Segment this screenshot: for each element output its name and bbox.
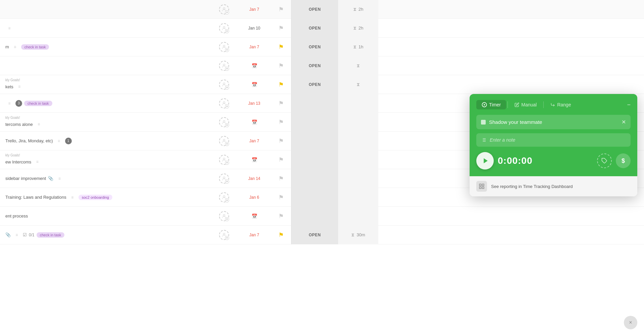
- avatar[interactable]: +: [219, 174, 229, 184]
- priority-flag[interactable]: ⚑: [278, 43, 284, 51]
- status-cell[interactable]: OPEN: [291, 38, 338, 56]
- drag-handle-icon[interactable]: ≡: [35, 120, 43, 128]
- drag-handle-icon[interactable]: ≡: [5, 24, 13, 32]
- minimize-button[interactable]: −: [627, 102, 631, 108]
- date-cell[interactable]: 📅: [237, 62, 271, 69]
- priority-flag[interactable]: ⚑: [278, 62, 284, 69]
- tab-manual[interactable]: Manual: [509, 100, 542, 109]
- date-cell[interactable]: 📅: [237, 81, 271, 88]
- add-assignee-icon[interactable]: +: [225, 104, 229, 108]
- avatar[interactable]: +: [219, 230, 229, 240]
- due-date: Jan 14: [248, 176, 260, 181]
- table-row: kly Goals! kets ≡ + 📅 ⚑ OPEN ⧗: [0, 75, 644, 94]
- avatar[interactable]: +: [219, 80, 229, 90]
- task-clear-button[interactable]: ✕: [622, 119, 626, 125]
- tab-range[interactable]: Range: [545, 100, 576, 109]
- play-pause-button[interactable]: [476, 152, 494, 170]
- drag-handle-icon[interactable]: ≡: [55, 175, 63, 183]
- close-button[interactable]: ×: [624, 316, 637, 329]
- drag-handle-icon[interactable]: ≡: [55, 137, 63, 145]
- task-name: ent process: [5, 213, 28, 219]
- add-assignee-icon[interactable]: +: [225, 48, 229, 52]
- billing-button[interactable]: $: [616, 153, 631, 168]
- manual-tab-label: Manual: [521, 102, 537, 107]
- priority-flag[interactable]: ⚑: [278, 137, 284, 145]
- add-assignee-icon[interactable]: +: [225, 10, 229, 14]
- add-assignee-icon[interactable]: +: [225, 180, 229, 184]
- status-cell[interactable]: OPEN: [291, 56, 338, 75]
- priority-flag[interactable]: ⚑: [278, 25, 284, 32]
- calendar-icon[interactable]: 📅: [251, 156, 258, 163]
- due-date: Jan 7: [249, 233, 259, 237]
- section-label: kly Goals!: [5, 116, 43, 119]
- add-assignee-icon[interactable]: +: [225, 142, 229, 146]
- priority-flag[interactable]: ⚑: [278, 212, 284, 220]
- hourglass-icon: ⧗: [351, 232, 355, 238]
- add-assignee-icon[interactable]: +: [225, 123, 229, 127]
- assigned-cell: +: [211, 80, 237, 90]
- avatar[interactable]: +: [219, 136, 229, 146]
- priority-flag[interactable]: ⚑: [278, 6, 284, 13]
- tag-soc2-onboarding[interactable]: soc2 onboarding: [78, 195, 112, 200]
- priority-flag[interactable]: ⚑: [278, 175, 284, 182]
- calendar-icon[interactable]: 📅: [251, 119, 258, 126]
- tag-button[interactable]: [597, 153, 612, 168]
- add-assignee-icon[interactable]: +: [225, 29, 229, 33]
- avatar[interactable]: +: [219, 155, 229, 165]
- checkbox-icon[interactable]: ☑: [23, 232, 27, 237]
- drag-handle-icon[interactable]: ≡: [11, 43, 19, 51]
- avatar[interactable]: +: [219, 42, 229, 52]
- status-cell[interactable]: OPEN: [291, 19, 338, 38]
- avatar[interactable]: +: [219, 23, 229, 33]
- tag-check-in[interactable]: check in task: [21, 44, 49, 50]
- tag-check-in[interactable]: check in task: [24, 101, 52, 106]
- tag-check-in[interactable]: check in task: [37, 232, 65, 238]
- priority-flag[interactable]: ⚑: [278, 81, 284, 88]
- add-assignee-icon[interactable]: +: [225, 198, 229, 202]
- date-cell[interactable]: 📅: [237, 213, 271, 220]
- time-cell: ⧗ 30m: [338, 226, 378, 244]
- time-estimate: 1h: [359, 44, 363, 49]
- priority-flag[interactable]: ⚑: [278, 194, 284, 201]
- priority-flag[interactable]: ⚑: [278, 118, 284, 126]
- drag-handle-icon[interactable]: ≡: [15, 83, 23, 91]
- add-assignee-icon[interactable]: +: [225, 67, 229, 71]
- avatar[interactable]: +: [219, 192, 229, 202]
- add-assignee-icon[interactable]: +: [225, 161, 229, 165]
- add-assignee-icon[interactable]: +: [225, 236, 229, 240]
- drag-handle-icon[interactable]: ≡: [33, 158, 41, 166]
- priority-flag[interactable]: ⚑: [278, 231, 284, 239]
- date-cell[interactable]: 📅: [237, 119, 271, 126]
- avatar[interactable]: +: [219, 61, 229, 71]
- avatar[interactable]: +: [219, 4, 229, 14]
- add-assignee-icon[interactable]: +: [225, 217, 229, 221]
- add-assignee-icon[interactable]: +: [225, 86, 229, 90]
- tab-timer[interactable]: Timer: [476, 100, 506, 109]
- assigned-cell: +: [211, 4, 237, 14]
- assigned-cell: +: [211, 211, 237, 221]
- drag-handle-icon[interactable]: ≡: [13, 231, 21, 239]
- note-input-row[interactable]: Enter a note: [476, 133, 631, 147]
- svg-rect-25: [482, 187, 484, 189]
- edit-icon: [515, 102, 519, 107]
- calendar-icon[interactable]: 📅: [251, 213, 258, 220]
- task-name-cell: Training: Laws and Regulations ≡ soc2 on…: [3, 193, 211, 201]
- avatar[interactable]: +: [219, 211, 229, 221]
- status-cell[interactable]: OPEN: [291, 226, 338, 244]
- date-cell[interactable]: 📅: [237, 156, 271, 163]
- status-cell[interactable]: OPEN: [291, 0, 338, 19]
- dashboard-link[interactable]: See reporting in Time Tracking Dashboard: [491, 184, 573, 189]
- drag-handle-icon[interactable]: ≡: [5, 99, 13, 107]
- calendar-icon[interactable]: 📅: [251, 81, 258, 88]
- status-cell[interactable]: OPEN: [291, 75, 338, 94]
- task-color-swatch: [481, 120, 486, 125]
- time-cell: ⧗ 2h: [338, 0, 378, 19]
- date-cell: Jan 6: [237, 195, 271, 200]
- priority-flag[interactable]: ⚑: [278, 156, 284, 163]
- avatar[interactable]: +: [219, 98, 229, 108]
- note-placeholder[interactable]: Enter a note: [490, 137, 515, 143]
- avatar[interactable]: +: [219, 117, 229, 127]
- priority-flag[interactable]: ⚑: [278, 100, 284, 107]
- drag-handle-icon[interactable]: ≡: [68, 193, 76, 201]
- calendar-icon[interactable]: 📅: [251, 62, 258, 69]
